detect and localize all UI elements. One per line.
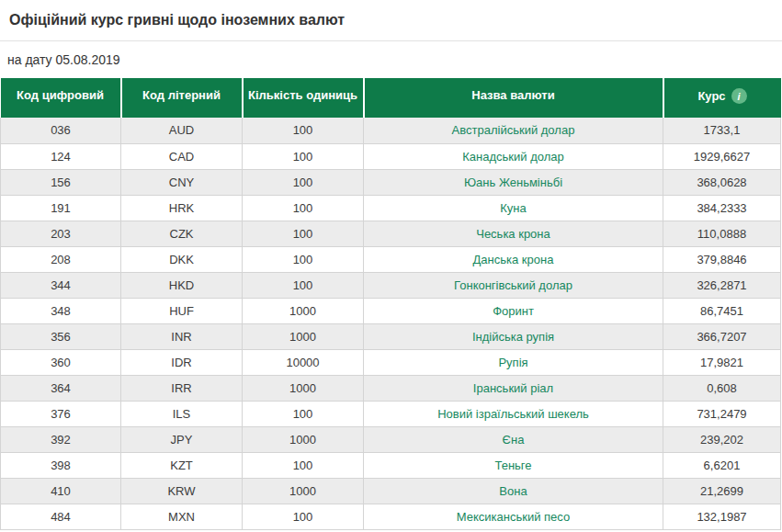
code-letter-cell: CNY — [121, 169, 243, 195]
code-digital-cell: 208 — [1, 246, 121, 272]
table-body: 036 AUD 100 Австралійський долар 1733,1 … — [1, 118, 781, 529]
rate-cell: 110,0888 — [663, 221, 781, 246]
column-header-code-digital: Код цифровий — [1, 78, 121, 118]
currency-name-link[interactable]: Мексиканський песо — [457, 510, 570, 524]
rate-cell: 0,608 — [663, 375, 781, 401]
code-letter-cell: IRR — [121, 375, 243, 401]
currency-name-cell: Австралійський долар — [364, 118, 663, 143]
title-bar: Офіційний курс гривні щодо іноземних вал… — [0, 0, 782, 41]
code-digital-cell: 392 — [1, 426, 121, 452]
column-header-rate: Курс i — [663, 78, 781, 118]
currency-name-cell: Рупія — [364, 349, 663, 375]
currency-name-cell: Іранський ріал — [364, 375, 663, 401]
code-letter-cell: AUD — [121, 118, 243, 143]
currency-name-link[interactable]: Іранський ріал — [473, 381, 553, 395]
currency-name-cell: Куна — [364, 195, 663, 221]
units-cell: 100 — [243, 169, 364, 195]
currency-name-cell: Теньге — [364, 452, 663, 478]
code-digital-cell: 398 — [1, 452, 121, 478]
currency-name-link[interactable]: Юань Женьміньбі — [464, 175, 562, 189]
table-row: 484 MXN 100 Мексиканський песо 132,1987 — [1, 504, 781, 529]
currency-name-link[interactable]: Данська крона — [473, 253, 554, 266]
code-digital-cell: 191 — [1, 195, 121, 221]
date-bar: на дату 05.08.2019 — [0, 41, 782, 78]
units-cell: 100 — [243, 504, 364, 529]
currency-name-link[interactable]: Канадський долар — [462, 150, 563, 164]
units-cell: 100 — [243, 272, 364, 298]
code-letter-cell: HUF — [121, 298, 243, 323]
currency-name-cell: Юань Женьміньбі — [364, 169, 663, 195]
table-row: 410 KRW 1000 Вона 21,2699 — [1, 478, 781, 504]
code-digital-cell: 356 — [1, 323, 121, 349]
table-row: 360 IDR 10000 Рупія 17,9821 — [1, 349, 781, 375]
rate-cell: 239,202 — [663, 426, 781, 452]
units-cell: 100 — [243, 452, 364, 478]
units-cell: 100 — [243, 221, 364, 246]
units-cell: 1000 — [243, 375, 364, 401]
page-title: Офіційний курс гривні щодо іноземних вал… — [9, 12, 345, 28]
currency-name-cell: Чеська крона — [364, 221, 663, 246]
table-row: 191 HRK 100 Куна 384,2333 — [1, 195, 781, 221]
code-digital-cell: 360 — [1, 349, 121, 375]
code-letter-cell: ILS — [121, 401, 243, 426]
code-digital-cell: 203 — [1, 221, 121, 246]
table-row: 344 HKD 100 Гонконгівський долар 326,287… — [1, 272, 781, 298]
column-header-currency-name: Назва валюти — [364, 78, 663, 118]
rate-cell: 384,2333 — [663, 195, 781, 221]
currency-name-link[interactable]: Куна — [500, 201, 526, 215]
currency-name-cell: Новий ізраїльський шекель — [364, 401, 663, 426]
currency-name-link[interactable]: Індійська рупія — [472, 330, 554, 344]
units-cell: 100 — [243, 195, 364, 221]
column-header-units: Кількість одиниць — [243, 78, 364, 118]
code-letter-cell: DKK — [121, 246, 243, 272]
units-cell: 1000 — [243, 478, 364, 504]
rate-cell: 21,2699 — [663, 478, 781, 504]
currency-name-link[interactable]: Вона — [499, 484, 527, 498]
currency-name-link[interactable]: Єна — [503, 433, 525, 447]
code-letter-cell: HKD — [121, 272, 243, 298]
code-letter-cell: MXN — [121, 504, 243, 529]
table-row: 208 DKK 100 Данська крона 379,8846 — [1, 246, 781, 272]
rate-cell: 326,2871 — [663, 272, 781, 298]
currency-name-link[interactable]: Чеська крона — [476, 227, 550, 241]
currency-name-link[interactable]: Теньге — [494, 458, 531, 472]
rate-cell: 366,7207 — [663, 323, 781, 349]
table-row: 156 CNY 100 Юань Женьміньбі 368,0628 — [1, 169, 781, 195]
rate-cell: 6,6201 — [663, 452, 781, 478]
units-cell: 1000 — [243, 323, 364, 349]
code-letter-cell: INR — [121, 323, 243, 349]
table-row: 392 JPY 1000 Єна 239,202 — [1, 426, 781, 452]
code-digital-cell: 364 — [1, 375, 121, 401]
table-header: Код цифровий Код літерний Кількість один… — [1, 78, 781, 118]
currency-name-link[interactable]: Австралійський долар — [452, 123, 575, 137]
units-cell: 100 — [243, 118, 364, 143]
currency-name-cell: Індійська рупія — [364, 323, 663, 349]
info-icon[interactable]: i — [731, 88, 747, 104]
code-letter-cell: KZT — [121, 452, 243, 478]
currency-name-cell: Форинт — [364, 298, 663, 323]
rate-cell: 17,9821 — [663, 349, 781, 375]
currency-name-link[interactable]: Гонконгівський долар — [454, 278, 572, 292]
currency-name-link[interactable]: Новий ізраїльський шекель — [437, 407, 589, 421]
currency-name-cell: Данська крона — [364, 246, 663, 272]
units-cell: 100 — [243, 401, 364, 426]
table-row: 376 ILS 100 Новий ізраїльський шекель 73… — [1, 401, 781, 426]
rate-cell: 379,8846 — [663, 246, 781, 272]
units-cell: 1000 — [243, 298, 364, 323]
currency-name-link[interactable]: Рупія — [498, 356, 527, 369]
rate-cell: 368,0628 — [663, 169, 781, 195]
code-letter-cell: IDR — [121, 349, 243, 375]
table-row: 203 CZK 100 Чеська крона 110,0888 — [1, 221, 781, 246]
currency-name-cell: Канадський долар — [364, 143, 663, 169]
table-row: 036 AUD 100 Австралійський долар 1733,1 — [1, 118, 781, 143]
currency-name-cell: Єна — [364, 426, 663, 452]
rate-cell: 1929,6627 — [663, 143, 781, 169]
rate-cell: 1733,1 — [663, 118, 781, 143]
code-letter-cell: KRW — [121, 478, 243, 504]
code-digital-cell: 410 — [1, 478, 121, 504]
currency-name-link[interactable]: Форинт — [493, 304, 534, 318]
code-letter-cell: HRK — [121, 195, 243, 221]
currency-rates-table: Код цифровий Код літерний Кількість один… — [0, 78, 781, 530]
rate-header-label: Курс — [697, 89, 725, 103]
code-digital-cell: 348 — [1, 298, 121, 323]
